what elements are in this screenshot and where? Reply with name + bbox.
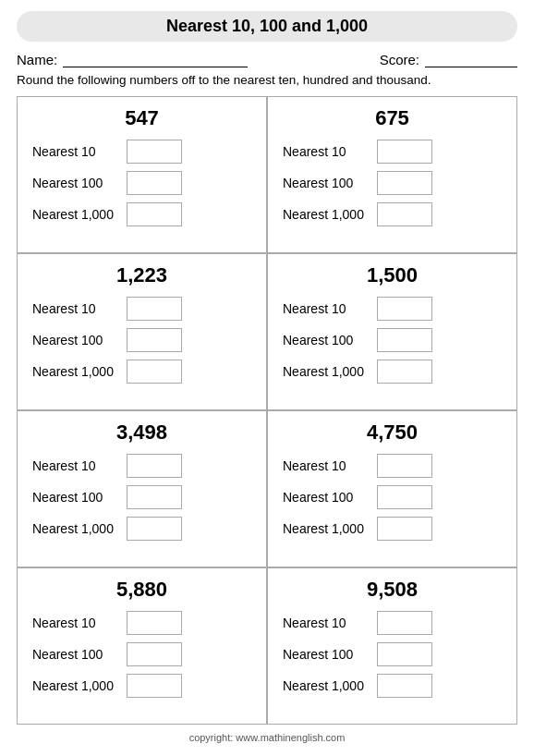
problem-cell-2: 1,223Nearest 10Nearest 100Nearest 1,000 bbox=[17, 253, 267, 410]
answer-box-2-2[interactable] bbox=[127, 360, 182, 384]
row-item-0-0: Nearest 10 bbox=[32, 140, 182, 164]
problem-number-5: 4,750 bbox=[283, 421, 502, 445]
row-item-7-0: Nearest 10 bbox=[283, 611, 432, 635]
answer-box-0-1[interactable] bbox=[127, 171, 182, 195]
row-item-6-0: Nearest 10 bbox=[32, 611, 182, 635]
row-item-1-2: Nearest 1,000 bbox=[283, 202, 432, 226]
row-item-5-0: Nearest 10 bbox=[283, 454, 432, 478]
problem-number-1: 675 bbox=[283, 106, 502, 130]
answer-box-0-0[interactable] bbox=[127, 140, 182, 164]
answer-box-4-1[interactable] bbox=[127, 485, 182, 509]
row-label-4-1: Nearest 100 bbox=[32, 490, 115, 505]
page: Nearest 10, 100 and 1,000 Name: Score: R… bbox=[0, 0, 534, 756]
answer-box-7-1[interactable] bbox=[377, 642, 432, 666]
row-item-4-1: Nearest 100 bbox=[32, 485, 182, 509]
problem-number-4: 3,498 bbox=[32, 421, 251, 445]
problem-cell-6: 5,880Nearest 10Nearest 100Nearest 1,000 bbox=[17, 567, 267, 725]
problem-number-0: 547 bbox=[32, 106, 251, 130]
instructions: Round the following numbers off to the n… bbox=[17, 73, 517, 87]
score-line bbox=[425, 51, 517, 67]
problem-number-6: 5,880 bbox=[32, 578, 251, 602]
answer-box-5-2[interactable] bbox=[377, 517, 432, 541]
answer-box-2-0[interactable] bbox=[127, 297, 182, 321]
row-label-5-0: Nearest 10 bbox=[283, 458, 366, 473]
answer-box-3-2[interactable] bbox=[377, 360, 432, 384]
row-item-5-1: Nearest 100 bbox=[283, 485, 432, 509]
problem-number-2: 1,223 bbox=[32, 263, 251, 287]
problem-cell-5: 4,750Nearest 10Nearest 100Nearest 1,000 bbox=[267, 410, 517, 567]
answer-box-5-0[interactable] bbox=[377, 454, 432, 478]
row-item-3-2: Nearest 1,000 bbox=[283, 360, 432, 384]
row-item-4-0: Nearest 10 bbox=[32, 454, 182, 478]
row-label-0-1: Nearest 100 bbox=[32, 176, 115, 190]
row-label-1-1: Nearest 100 bbox=[283, 176, 366, 190]
row-label-1-0: Nearest 10 bbox=[283, 144, 366, 159]
score-field: Score: bbox=[380, 51, 517, 67]
row-label-4-0: Nearest 10 bbox=[32, 458, 115, 473]
row-label-6-0: Nearest 10 bbox=[32, 616, 115, 630]
answer-box-6-2[interactable] bbox=[127, 674, 182, 698]
problem-number-7: 9,508 bbox=[283, 578, 502, 602]
row-label-3-2: Nearest 1,000 bbox=[283, 364, 366, 379]
row-label-2-1: Nearest 100 bbox=[32, 333, 115, 348]
answer-box-7-2[interactable] bbox=[377, 674, 432, 698]
copyright: copyright: www.mathinenglish.com bbox=[17, 732, 517, 747]
row-item-1-1: Nearest 100 bbox=[283, 171, 432, 195]
name-field: Name: bbox=[17, 51, 248, 67]
row-label-5-1: Nearest 100 bbox=[283, 490, 366, 505]
answer-box-4-0[interactable] bbox=[127, 454, 182, 478]
row-item-7-2: Nearest 1,000 bbox=[283, 674, 432, 698]
problem-cell-1: 675Nearest 10Nearest 100Nearest 1,000 bbox=[267, 96, 517, 253]
row-label-5-2: Nearest 1,000 bbox=[283, 521, 366, 536]
row-label-0-0: Nearest 10 bbox=[32, 144, 115, 159]
score-label: Score: bbox=[380, 52, 419, 67]
row-label-2-2: Nearest 1,000 bbox=[32, 364, 115, 379]
row-label-4-2: Nearest 1,000 bbox=[32, 521, 115, 536]
answer-box-6-1[interactable] bbox=[127, 642, 182, 666]
row-item-0-1: Nearest 100 bbox=[32, 171, 182, 195]
row-item-1-0: Nearest 10 bbox=[283, 140, 432, 164]
row-label-3-1: Nearest 100 bbox=[283, 333, 366, 348]
row-item-2-0: Nearest 10 bbox=[32, 297, 182, 321]
row-label-7-0: Nearest 10 bbox=[283, 616, 366, 630]
row-label-7-1: Nearest 100 bbox=[283, 647, 366, 662]
answer-box-3-1[interactable] bbox=[377, 328, 432, 352]
name-line bbox=[63, 51, 248, 67]
row-label-3-0: Nearest 10 bbox=[283, 301, 366, 316]
answer-box-1-2[interactable] bbox=[377, 202, 432, 226]
answer-box-2-1[interactable] bbox=[127, 328, 182, 352]
answer-box-0-2[interactable] bbox=[127, 202, 182, 226]
row-item-5-2: Nearest 1,000 bbox=[283, 517, 432, 541]
row-label-7-2: Nearest 1,000 bbox=[283, 678, 366, 693]
row-label-6-1: Nearest 100 bbox=[32, 647, 115, 662]
answer-box-7-0[interactable] bbox=[377, 611, 432, 635]
answer-box-3-0[interactable] bbox=[377, 297, 432, 321]
name-score-row: Name: Score: bbox=[17, 51, 517, 67]
page-title: Nearest 10, 100 and 1,000 bbox=[17, 11, 517, 42]
row-item-0-2: Nearest 1,000 bbox=[32, 202, 182, 226]
problems-grid: 547Nearest 10Nearest 100Nearest 1,000675… bbox=[17, 96, 517, 725]
row-item-3-0: Nearest 10 bbox=[283, 297, 432, 321]
answer-box-4-2[interactable] bbox=[127, 517, 182, 541]
row-item-3-1: Nearest 100 bbox=[283, 328, 432, 352]
row-label-0-2: Nearest 1,000 bbox=[32, 207, 115, 222]
answer-box-5-1[interactable] bbox=[377, 485, 432, 509]
answer-box-1-1[interactable] bbox=[377, 171, 432, 195]
title-text: Nearest 10, 100 and 1,000 bbox=[166, 17, 368, 35]
row-item-6-1: Nearest 100 bbox=[32, 642, 182, 666]
name-label: Name: bbox=[17, 52, 57, 67]
row-item-2-1: Nearest 100 bbox=[32, 328, 182, 352]
problem-cell-4: 3,498Nearest 10Nearest 100Nearest 1,000 bbox=[17, 410, 267, 567]
row-item-7-1: Nearest 100 bbox=[283, 642, 432, 666]
row-item-6-2: Nearest 1,000 bbox=[32, 674, 182, 698]
answer-box-1-0[interactable] bbox=[377, 140, 432, 164]
row-item-4-2: Nearest 1,000 bbox=[32, 517, 182, 541]
problem-cell-0: 547Nearest 10Nearest 100Nearest 1,000 bbox=[17, 96, 267, 253]
row-label-2-0: Nearest 10 bbox=[32, 301, 115, 316]
problem-number-3: 1,500 bbox=[283, 263, 502, 287]
row-label-6-2: Nearest 1,000 bbox=[32, 678, 115, 693]
answer-box-6-0[interactable] bbox=[127, 611, 182, 635]
problem-cell-7: 9,508Nearest 10Nearest 100Nearest 1,000 bbox=[267, 567, 517, 725]
row-label-1-2: Nearest 1,000 bbox=[283, 207, 366, 222]
problem-cell-3: 1,500Nearest 10Nearest 100Nearest 1,000 bbox=[267, 253, 517, 410]
